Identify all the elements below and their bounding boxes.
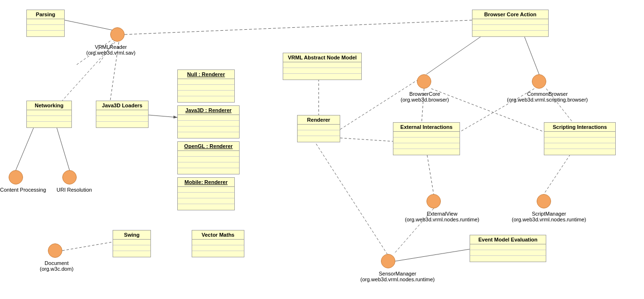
box-external-interactions-title: External Interactions [393, 123, 460, 132]
box-networking: Networking [26, 101, 72, 128]
box-parsing: Parsing [26, 10, 65, 37]
box-networking-title: Networking [27, 101, 71, 110]
box-event-model-eval-title: Event Model Evaluation [470, 235, 546, 244]
box-renderer-title: Renderer [298, 115, 340, 125]
label-document: Document(org.w3c.dom) [40, 260, 73, 272]
box-swing-title: Swing [113, 230, 150, 240]
svg-line-21 [311, 137, 387, 254]
circle-browser-core [417, 74, 431, 89]
svg-line-4 [16, 122, 36, 170]
box-renderer: Renderer [297, 115, 340, 142]
label-sensor-manager: SensorManager(org.web3d.vrml.nodes.runti… [360, 271, 435, 282]
circle-common-browser [532, 74, 546, 89]
label-browser-core: BrowserCore(org.web3d.browser) [401, 91, 449, 103]
circle-vrml-reader [110, 27, 125, 42]
box-java3d-renderer: Java3D : Renderer [177, 105, 240, 138]
box-mobile-renderer: Mobile: Renderer [177, 177, 235, 210]
svg-line-19 [395, 249, 470, 261]
box-vrml-abstract: VRML Abstract Node Model [283, 53, 362, 80]
box-bca-title: Browser Core Action [472, 10, 548, 19]
label-external-view: ExternalView(org.web3d.vrml.nodes.runtim… [405, 211, 479, 222]
box-event-model-eval: Event Model Evaluation [470, 235, 546, 262]
svg-line-0 [65, 20, 117, 31]
circle-sensor-manager [381, 254, 395, 268]
box-null-renderer: Null : Renderer [177, 69, 235, 103]
box-external-interactions: External Interactions [393, 122, 460, 155]
svg-line-5 [55, 122, 69, 170]
label-content-processing: Content Processing [0, 187, 46, 193]
box-parsing-title: Parsing [27, 10, 64, 19]
box-java3d-renderer-title: Java3D : Renderer [178, 106, 239, 115]
svg-line-1 [125, 20, 472, 34]
svg-line-17 [544, 151, 573, 194]
box-scripting-interactions-title: Scripting Interactions [544, 123, 615, 132]
circle-external-view [426, 194, 441, 208]
box-null-renderer-title: Null : Renderer [178, 70, 234, 79]
svg-line-20 [62, 242, 113, 251]
box-vector-maths-title: Vector Maths [192, 230, 244, 240]
box-vector-maths: Vector Maths [192, 230, 244, 257]
box-opengl-renderer: OpenGL : Renderer [177, 141, 240, 174]
svg-line-16 [426, 151, 434, 194]
box-scripting-interactions: Scripting Interactions [544, 122, 616, 155]
box-java3d-loaders-title: Java3D Loaders [96, 101, 148, 110]
box-java3d-loaders: Java3D Loaders [96, 101, 149, 128]
circle-document [48, 243, 62, 258]
svg-line-12 [426, 31, 489, 74]
box-swing: Swing [113, 230, 151, 257]
label-common-browser: CommonBrowser(org.web3d.vrml.scripting.b… [507, 91, 588, 103]
circle-content-processing [9, 170, 23, 184]
box-vrml-abstract-title: VRML Abstract Node Model [283, 53, 361, 62]
svg-line-6 [149, 115, 177, 117]
svg-line-13 [522, 31, 539, 74]
diagram: Parsing Browser Core Action Networking J… [0, 0, 644, 299]
box-mobile-renderer-title: Mobile: Renderer [178, 178, 234, 187]
circle-uri-resolution [62, 170, 77, 184]
label-vrml-reader: VRMLReader(org.web3d.vrml.sav) [86, 44, 136, 56]
box-browser-core-action: Browser Core Action [472, 10, 549, 37]
box-opengl-renderer-title: OpenGL : Renderer [178, 142, 239, 151]
circle-script-manager [537, 194, 551, 208]
label-uri-resolution: URI Resolution [57, 187, 92, 193]
label-script-manager: ScriptManager(org.web3d.vrml.nodes.runti… [512, 211, 586, 222]
